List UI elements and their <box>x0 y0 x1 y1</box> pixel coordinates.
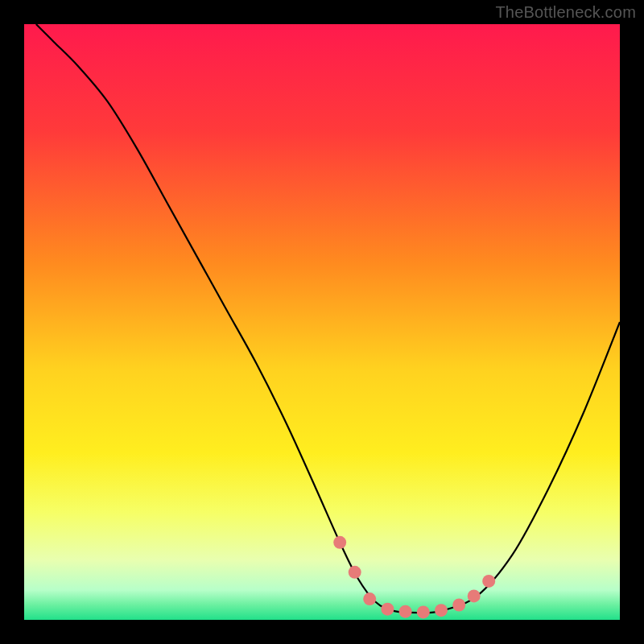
gradient-background <box>24 24 620 620</box>
chart-frame: TheBottleneck.com <box>0 0 644 644</box>
marker-dot <box>363 592 376 605</box>
marker-dot <box>399 605 412 618</box>
watermark-text: TheBottleneck.com <box>495 3 636 22</box>
marker-dot <box>381 603 394 616</box>
marker-dot <box>349 566 361 579</box>
marker-dot <box>452 599 465 612</box>
marker-dot <box>435 604 448 617</box>
marker-dot <box>468 589 481 602</box>
marker-dot <box>333 536 346 549</box>
bottleneck-chart <box>24 24 620 620</box>
marker-dot <box>482 575 495 588</box>
marker-dot <box>417 605 430 618</box>
